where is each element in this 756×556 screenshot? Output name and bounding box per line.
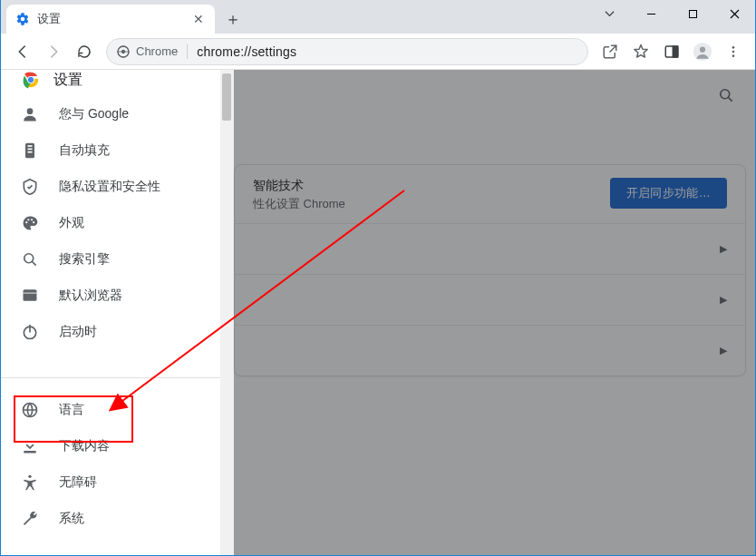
sidebar-item-label: 系统 bbox=[59, 511, 84, 527]
share-button[interactable] bbox=[596, 37, 625, 66]
sidebar-item-label: 下载内容 bbox=[59, 438, 110, 454]
menu-button[interactable] bbox=[719, 37, 748, 66]
sidebar-header: 设置 bbox=[1, 70, 233, 91]
palette-icon bbox=[21, 214, 39, 232]
sidebar-section-2: 语言 下载内容 无障碍 系统 bbox=[1, 386, 233, 555]
svg-rect-8 bbox=[674, 46, 678, 57]
window-controls bbox=[588, 0, 755, 27]
svg-rect-29 bbox=[24, 289, 37, 292]
sidebar-item-on-startup[interactable]: 启动时 bbox=[1, 314, 220, 350]
sidebar-item-label: 默认浏览器 bbox=[59, 288, 122, 304]
new-tab-button[interactable]: ＋ bbox=[220, 6, 246, 32]
sidebar-title: 设置 bbox=[53, 71, 82, 90]
sidebar-item-label: 无障碍 bbox=[59, 474, 97, 491]
svg-point-23 bbox=[27, 219, 29, 220]
sidebar-section-1: 您与 Google 自动填充 隐私设置和安全性 外观 搜索引擎 默认浏览器 bbox=[1, 91, 233, 368]
window-close-button[interactable] bbox=[713, 0, 755, 27]
omnibox-divider bbox=[187, 44, 188, 59]
sidebar-scrollbar[interactable] bbox=[220, 70, 233, 555]
sidebar-item-downloads[interactable]: 下载内容 bbox=[1, 428, 220, 464]
sidebar-item-label: 外观 bbox=[59, 215, 84, 231]
chrome-logo-icon bbox=[21, 70, 41, 90]
browser-tab[interactable]: 设置 ✕ bbox=[6, 5, 215, 34]
sidebar-item-label: 自动填充 bbox=[59, 142, 110, 159]
sidebar-item-default-browser[interactable]: 默认浏览器 bbox=[1, 278, 220, 314]
autofill-icon bbox=[21, 141, 39, 160]
sidebar-item-autofill[interactable]: 自动填充 bbox=[1, 132, 220, 169]
window-maximize-button[interactable] bbox=[672, 0, 713, 27]
tab-search-button[interactable] bbox=[588, 0, 630, 27]
window-minimize-button[interactable] bbox=[630, 0, 672, 27]
forward-button[interactable] bbox=[39, 37, 68, 66]
person-icon bbox=[21, 105, 39, 123]
tab-title: 设置 bbox=[37, 11, 184, 27]
svg-point-22 bbox=[25, 221, 27, 223]
reload-button[interactable] bbox=[70, 37, 99, 66]
sidebar-scrollbar-thumb[interactable] bbox=[222, 73, 231, 121]
svg-rect-30 bbox=[24, 292, 37, 293]
settings-content: 智能技术 性化设置 Chrome 开启同步功能… ▶ ▶ ▶ bbox=[234, 70, 755, 555]
shield-icon bbox=[21, 178, 39, 196]
bookmark-button[interactable] bbox=[626, 37, 655, 66]
svg-line-27 bbox=[33, 261, 36, 265]
url-text: chrome://settings bbox=[197, 44, 578, 59]
sidebar-item-system[interactable]: 系统 bbox=[1, 501, 220, 537]
sidebar-item-label: 隐私设置和安全性 bbox=[59, 179, 160, 195]
close-tab-icon[interactable]: ✕ bbox=[191, 12, 206, 26]
svg-rect-20 bbox=[28, 148, 33, 150]
sidebar-item-you-and-google[interactable]: 您与 Google bbox=[1, 96, 220, 132]
svg-point-12 bbox=[732, 50, 735, 53]
page-body: 设置 您与 Google 自动填充 隐私设置和安全性 外观 搜索引擎 bbox=[1, 70, 755, 555]
svg-rect-34 bbox=[24, 451, 35, 454]
side-panel-button[interactable] bbox=[657, 37, 686, 66]
toolbar: Chrome chrome://settings bbox=[1, 34, 755, 70]
svg-point-35 bbox=[28, 475, 31, 478]
svg-rect-21 bbox=[28, 151, 33, 152]
wrench-icon bbox=[21, 510, 39, 528]
power-icon bbox=[21, 323, 39, 341]
settings-gear-icon bbox=[15, 12, 30, 26]
profile-button[interactable] bbox=[688, 37, 717, 66]
download-icon bbox=[21, 437, 39, 455]
svg-point-17 bbox=[27, 108, 34, 114]
back-button[interactable] bbox=[8, 37, 37, 66]
sidebar-item-accessibility[interactable]: 无障碍 bbox=[1, 464, 220, 501]
svg-point-26 bbox=[24, 253, 34, 262]
svg-point-11 bbox=[732, 46, 735, 49]
svg-point-13 bbox=[732, 54, 735, 57]
sidebar-item-label: 您与 Google bbox=[59, 106, 129, 122]
sidebar-item-label: 启动时 bbox=[59, 324, 97, 340]
svg-rect-1 bbox=[689, 10, 696, 17]
url-scheme-label: Chrome bbox=[136, 44, 178, 58]
browser-icon bbox=[21, 287, 39, 305]
sidebar-item-languages[interactable]: 语言 bbox=[1, 392, 220, 428]
sidebar-item-privacy[interactable]: 隐私设置和安全性 bbox=[1, 169, 220, 205]
svg-point-10 bbox=[700, 46, 705, 52]
accessibility-icon bbox=[21, 473, 39, 492]
svg-point-25 bbox=[33, 221, 34, 223]
settings-sidebar: 设置 您与 Google 自动填充 隐私设置和安全性 外观 搜索引擎 bbox=[1, 70, 234, 555]
sidebar-item-appearance[interactable]: 外观 bbox=[1, 205, 220, 241]
svg-point-24 bbox=[31, 219, 33, 220]
sidebar-item-label: 搜索引擎 bbox=[59, 251, 110, 268]
sidebar-item-label: 语言 bbox=[59, 402, 84, 418]
svg-rect-19 bbox=[28, 145, 33, 147]
globe-icon bbox=[21, 401, 39, 419]
search-icon bbox=[21, 250, 39, 268]
content-dim-overlay bbox=[234, 70, 755, 555]
sidebar-item-search-engine[interactable]: 搜索引擎 bbox=[1, 241, 220, 278]
address-bar[interactable]: Chrome chrome://settings bbox=[106, 38, 588, 65]
site-info-icon[interactable]: Chrome bbox=[116, 44, 178, 59]
tab-strip: 设置 ✕ ＋ bbox=[1, 0, 755, 34]
